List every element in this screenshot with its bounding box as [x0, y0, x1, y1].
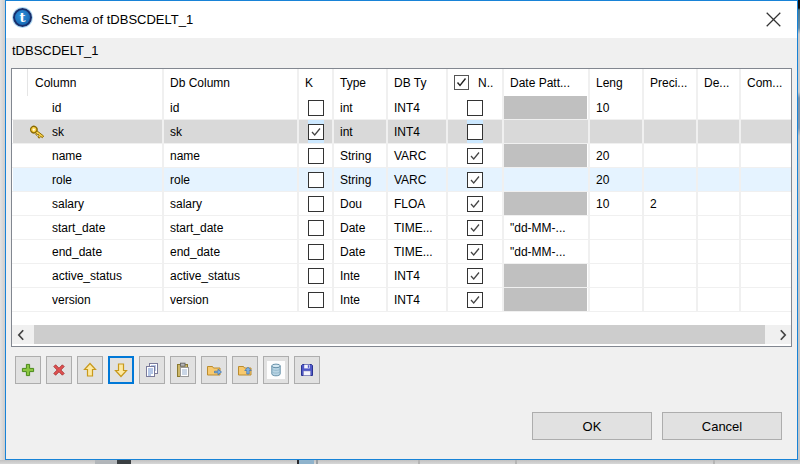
cell-type[interactable]: Dou: [334, 192, 388, 215]
cell-default[interactable]: [698, 120, 741, 143]
cell-db-column[interactable]: name: [164, 144, 299, 167]
key-checkbox[interactable]: [308, 244, 324, 260]
cell-length[interactable]: 20: [590, 168, 644, 191]
cell-key[interactable]: [299, 120, 334, 143]
cell-nullable[interactable]: [448, 264, 504, 287]
cell-type[interactable]: Date: [334, 240, 388, 263]
header-db-column[interactable]: Db Column: [164, 69, 299, 96]
cell-nullable[interactable]: [448, 168, 504, 191]
table-row[interactable]: end_dateend_dateDateTIME..."dd-MM-...: [12, 240, 791, 264]
cell-column[interactable]: sk: [28, 120, 164, 143]
cell-precision[interactable]: [644, 264, 698, 287]
nullable-checkbox[interactable]: [467, 124, 483, 140]
cell-db-type[interactable]: INT4: [388, 96, 448, 119]
scroll-left-icon[interactable]: [12, 325, 29, 344]
cell-length[interactable]: 10: [590, 96, 644, 119]
table-row[interactable]: versionversionInteINT4: [12, 288, 791, 312]
row-header[interactable]: [12, 192, 28, 215]
cell-default[interactable]: [698, 240, 741, 263]
cell-db-column[interactable]: start_date: [164, 216, 299, 239]
cell-precision[interactable]: [644, 216, 698, 239]
cell-date-pattern[interactable]: "dd-MM-...: [504, 240, 590, 263]
move-up-button[interactable]: [77, 356, 103, 384]
key-checkbox[interactable]: [308, 100, 324, 116]
cell-precision[interactable]: [644, 144, 698, 167]
import-button[interactable]: [232, 356, 258, 384]
cell-date-pattern[interactable]: [504, 120, 590, 143]
header-type[interactable]: Type: [334, 69, 388, 96]
cell-key[interactable]: [299, 192, 334, 215]
table-row[interactable]: salarysalaryDouFLOA102: [12, 192, 791, 216]
header-default[interactable]: De...: [698, 69, 741, 96]
header-length[interactable]: Leng: [590, 69, 644, 96]
key-checkbox[interactable]: [308, 268, 324, 284]
cell-column[interactable]: active_status: [28, 264, 164, 287]
delete-button[interactable]: [46, 356, 72, 384]
cell-comment[interactable]: [741, 144, 791, 167]
header-db-type[interactable]: DB Ty: [388, 69, 448, 96]
cell-db-type[interactable]: INT4: [388, 264, 448, 287]
cell-db-type[interactable]: VARC: [388, 168, 448, 191]
cell-db-type[interactable]: VARC: [388, 144, 448, 167]
cell-column[interactable]: salary: [28, 192, 164, 215]
nullable-checkbox[interactable]: [467, 244, 483, 260]
cell-comment[interactable]: [741, 288, 791, 311]
cell-key[interactable]: [299, 240, 334, 263]
nullable-checkbox[interactable]: [467, 148, 483, 164]
cell-db-column[interactable]: sk: [164, 120, 299, 143]
cell-comment[interactable]: [741, 168, 791, 191]
cell-comment[interactable]: [741, 192, 791, 215]
nullable-checkbox[interactable]: [467, 292, 483, 308]
cell-type[interactable]: Date: [334, 216, 388, 239]
cell-date-pattern[interactable]: [504, 264, 590, 287]
cell-nullable[interactable]: [448, 288, 504, 311]
cell-db-column[interactable]: end_date: [164, 240, 299, 263]
cell-precision[interactable]: [644, 240, 698, 263]
move-down-button[interactable]: [108, 356, 134, 384]
row-header[interactable]: [12, 240, 28, 263]
cell-date-pattern[interactable]: "dd-MM-...: [504, 216, 590, 239]
scrollbar-thumb[interactable]: [34, 325, 765, 344]
cancel-button[interactable]: Cancel: [662, 412, 782, 440]
cell-column[interactable]: role: [28, 168, 164, 191]
nullable-checkbox[interactable]: [467, 268, 483, 284]
cell-db-column[interactable]: id: [164, 96, 299, 119]
row-header[interactable]: [12, 96, 28, 119]
cell-type[interactable]: String: [334, 168, 388, 191]
cell-default[interactable]: [698, 288, 741, 311]
cell-comment[interactable]: [741, 216, 791, 239]
reset-db-types-button[interactable]: [263, 356, 289, 384]
paste-button[interactable]: [170, 356, 196, 384]
key-checkbox[interactable]: [308, 172, 324, 188]
cell-date-pattern[interactable]: [504, 192, 590, 215]
cell-nullable[interactable]: [448, 240, 504, 263]
cell-type[interactable]: int: [334, 120, 388, 143]
nullable-all-checkbox[interactable]: [454, 75, 469, 90]
header-date-pattern[interactable]: Date Patt...: [504, 69, 590, 96]
cell-comment[interactable]: [741, 240, 791, 263]
cell-nullable[interactable]: [448, 120, 504, 143]
dialog-titlebar[interactable]: t Schema of tDBSCDELT_1: [6, 1, 797, 38]
cell-default[interactable]: [698, 216, 741, 239]
row-header[interactable]: [12, 216, 28, 239]
cell-type[interactable]: Inte: [334, 288, 388, 311]
cell-column[interactable]: name: [28, 144, 164, 167]
cell-db-column[interactable]: active_status: [164, 264, 299, 287]
cell-default[interactable]: [698, 96, 741, 119]
header-precision[interactable]: Preci...: [644, 69, 698, 96]
cell-default[interactable]: [698, 144, 741, 167]
cell-db-type[interactable]: FLOA: [388, 192, 448, 215]
cell-length[interactable]: [590, 216, 644, 239]
cell-nullable[interactable]: [448, 96, 504, 119]
table-row[interactable]: namenameStringVARC20: [12, 144, 791, 168]
horizontal-scrollbar[interactable]: [12, 325, 791, 344]
cell-length[interactable]: [590, 288, 644, 311]
cell-db-column[interactable]: salary: [164, 192, 299, 215]
key-checkbox[interactable]: [308, 196, 324, 212]
cell-column[interactable]: end_date: [28, 240, 164, 263]
row-header[interactable]: [12, 120, 28, 143]
cell-length[interactable]: [590, 120, 644, 143]
key-checkbox[interactable]: [308, 124, 324, 140]
cell-default[interactable]: [698, 192, 741, 215]
table-row[interactable]: roleroleStringVARC20: [12, 168, 791, 192]
